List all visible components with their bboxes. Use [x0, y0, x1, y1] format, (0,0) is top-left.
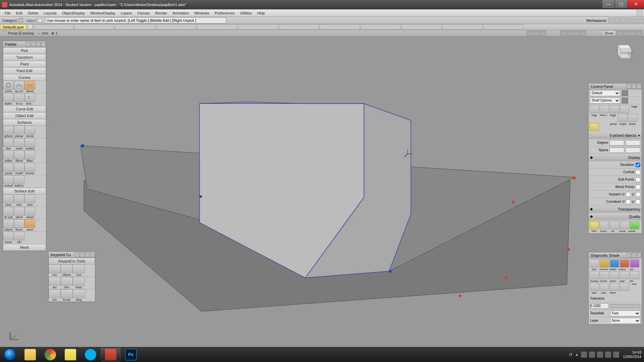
taskbar-photoshop[interactable]: Ps [121, 348, 141, 361]
tool-text[interactable]: T [24, 93, 35, 102]
panel-icon[interactable] [627, 253, 631, 258]
tool-circle[interactable] [3, 81, 14, 89]
tray-volume-icon[interactable] [589, 352, 595, 358]
tool-ntb[interactable] [14, 232, 24, 240]
diag-item[interactable] [610, 271, 619, 279]
palette-section-transform[interactable]: Transform [3, 54, 46, 61]
panel-icon[interactable] [85, 252, 90, 257]
panel-close-icon[interactable] [637, 84, 641, 89]
tool-plhull[interactable] [14, 207, 24, 216]
viewport-icon[interactable] [616, 31, 623, 36]
menu-windows[interactable]: Windows [192, 11, 212, 15]
cvhull-checkbox[interactable] [636, 170, 640, 175]
panel-icon[interactable] [627, 84, 631, 89]
tool-arc2[interactable] [49, 289, 61, 298]
tool-drag[interactable] [73, 289, 85, 298]
shelf-item[interactable] [630, 221, 639, 229]
pick-cursor-icon[interactable] [18, 18, 23, 23]
workspace-icon[interactable] [626, 18, 632, 23]
shelf-item[interactable] [600, 221, 609, 229]
layer-slot[interactable] [156, 24, 196, 29]
workspace-icon[interactable] [620, 18, 626, 23]
diag-titlebar[interactable]: Diagnostic Shade [589, 252, 642, 258]
palette-section-mesh[interactable]: Mesh [3, 244, 46, 251]
shelf-item-xfrm[interactable] [590, 221, 599, 229]
tool-msdrf[interactable] [14, 163, 24, 172]
layer-slot[interactable] [361, 24, 401, 29]
shelf-item[interactable] [620, 105, 629, 113]
tool-stch[interactable] [24, 194, 35, 203]
tool-fitscn[interactable] [14, 219, 24, 228]
workspaces-label[interactable]: Workspaces [586, 18, 606, 22]
viewport-icon[interactable] [630, 31, 636, 36]
tool-isect[interactable] [3, 194, 14, 203]
tool-break[interactable] [61, 289, 73, 298]
panel-close-icon[interactable] [41, 42, 46, 47]
menu-delete[interactable]: Delete [25, 11, 41, 15]
palette-section-objectedit[interactable]: Object Edit [3, 112, 46, 119]
diag-item[interactable] [600, 271, 609, 279]
tray-flag-icon[interactable] [613, 352, 619, 358]
shelf-item[interactable] [628, 114, 637, 122]
layer-slot[interactable] [442, 24, 483, 29]
layer-slot[interactable] [401, 24, 442, 29]
minimize-button[interactable]: — [602, 0, 614, 8]
tool-flflan[interactable] [24, 150, 35, 159]
viewport-icon[interactable] [567, 31, 573, 36]
tray-chevron-icon[interactable]: ▴ [576, 352, 578, 357]
palette-section-paintedit[interactable]: Paint Edit [3, 67, 46, 74]
panel-icon[interactable] [36, 42, 41, 47]
layer-slot[interactable] [483, 24, 524, 29]
shelf-item[interactable] [620, 221, 629, 229]
spans-input[interactable] [609, 147, 624, 153]
palette-section-surfaceedit[interactable]: Surface Edit [3, 188, 46, 194]
perspective-viewport[interactable] [0, 37, 644, 347]
panel-icon[interactable] [26, 42, 31, 47]
tool-planar[interactable] [14, 126, 24, 134]
show-button[interactable]: Show [602, 31, 616, 36]
diag-item[interactable] [600, 259, 609, 267]
tolerance-slider[interactable] [610, 304, 640, 308]
tool-lntan[interactable] [73, 277, 85, 286]
panel-icon[interactable] [632, 84, 636, 89]
shelf-item[interactable] [600, 105, 609, 113]
tool-claymt[interactable] [3, 219, 14, 228]
layer-slot[interactable] [115, 24, 155, 29]
viewport-icon[interactable] [574, 31, 580, 36]
viewport-icon[interactable] [580, 31, 586, 36]
shelf-item[interactable] [590, 105, 599, 113]
viewport-icon[interactable] [533, 31, 539, 36]
viewport-icon[interactable] [540, 31, 546, 36]
trash-icon[interactable] [622, 98, 628, 104]
menu-animation[interactable]: Animation [170, 11, 192, 15]
tool-shsub[interactable] [3, 207, 14, 216]
shelf-item[interactable] [618, 114, 627, 122]
menu-edit[interactable]: Edit [13, 11, 25, 15]
control-titlebar[interactable]: Control Panel [589, 83, 642, 89]
diag-item[interactable] [620, 259, 629, 267]
tool-kptbx[interactable] [3, 93, 14, 102]
tool-round[interactable] [3, 163, 14, 172]
palette-section-pick[interactable]: Pick [3, 47, 46, 54]
tolerance-input[interactable] [590, 303, 609, 309]
diag-item[interactable] [590, 259, 599, 267]
menu-windowdisplay[interactable]: WindowDisplay [88, 11, 118, 15]
tool-rect[interactable] [73, 264, 85, 273]
tool-trim[interactable] [14, 194, 24, 203]
panel-icon[interactable] [31, 42, 36, 47]
panel-icon[interactable] [75, 252, 79, 257]
blendpoints-checkbox[interactable] [636, 185, 640, 189]
panel-icon[interactable] [632, 253, 636, 258]
tessellation-dropdown[interactable]: Fast [610, 310, 640, 316]
palette-titlebar[interactable]: Palette [3, 41, 46, 47]
taskbar-explorer[interactable] [20, 348, 40, 361]
palette-section-curveedit[interactable]: Curve Edit [3, 106, 46, 112]
diag-item[interactable] [630, 271, 639, 279]
isoparm-v-checkbox[interactable] [636, 192, 640, 197]
menu-layers[interactable]: Layers [118, 11, 135, 15]
viewport-icon[interactable] [637, 31, 643, 36]
workspace-icon[interactable] [632, 18, 638, 23]
default-layer-button[interactable]: DefaultLayer [0, 24, 27, 30]
diag-item[interactable] [590, 283, 599, 291]
palette-section-curves[interactable]: Curves [3, 74, 46, 81]
